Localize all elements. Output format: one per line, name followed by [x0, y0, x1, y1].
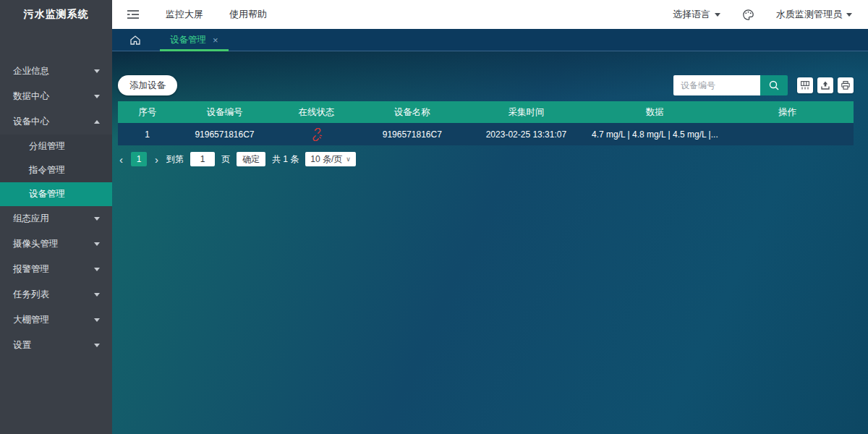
chevron-down-icon: ∨: [346, 156, 351, 163]
col-header-action: 操作: [721, 106, 854, 119]
sidebar-item-configuration-app[interactable]: 组态应用: [0, 206, 112, 231]
nav-help[interactable]: 使用帮助: [229, 8, 267, 21]
theme-button[interactable]: [742, 9, 754, 21]
confirm-page-button[interactable]: 确定: [237, 152, 265, 166]
chevron-down-icon: [94, 242, 100, 246]
col-header-collect-time: 采集时间: [464, 106, 589, 119]
language-selector[interactable]: 选择语言: [673, 8, 720, 21]
table-row[interactable]: 1 9196571816C7 9196571816C7 2023-02-25 1…: [118, 123, 854, 145]
toolbar: 添加设备: [118, 75, 854, 95]
tab-label: 设备管理: [170, 34, 206, 46]
current-page-button[interactable]: 1: [131, 152, 147, 166]
sidebar-item-label: 设置: [13, 339, 31, 352]
sidebar-subitem-group-management[interactable]: 分组管理: [0, 135, 112, 158]
home-icon: [129, 35, 141, 46]
page-size-label: 10 条/页: [310, 153, 342, 166]
sidebar-item-device-center[interactable]: 设备中心: [0, 109, 112, 135]
cell-data: 4.7 mg/L | 4.8 mg/L | 4.5 mg/L |...: [589, 129, 721, 140]
print-button[interactable]: [838, 77, 854, 93]
col-header-device-no: 设备编号: [176, 106, 272, 119]
cell-collect-time: 2023-02-25 13:31:07: [464, 129, 589, 140]
sidebar-subitem-label: 指令管理: [29, 164, 65, 176]
sidebar-item-camera-management[interactable]: 摄像头管理: [0, 231, 112, 257]
sidebar-subitem-command-management[interactable]: 指令管理: [0, 158, 112, 182]
close-icon[interactable]: ×: [213, 35, 218, 45]
sidebar-item-label: 组态应用: [13, 213, 49, 225]
pagination: ‹ 1 › 到第 页 确定 共 1 条 10 条/页 ∨: [118, 152, 854, 166]
print-icon: [841, 80, 851, 90]
sidebar-subitem-device-management[interactable]: 设备管理: [0, 182, 112, 206]
sidebar-item-label: 企业信息: [13, 65, 49, 77]
next-page-button[interactable]: ›: [153, 154, 160, 165]
sidebar-item-settings[interactable]: 设置: [0, 333, 112, 358]
tab-device-management[interactable]: 设备管理 ×: [160, 29, 229, 51]
sidebar-item-label: 任务列表: [13, 289, 49, 301]
col-header-device-name: 设备名称: [361, 106, 464, 119]
sidebar-item-greenhouse-management[interactable]: 大棚管理: [0, 307, 112, 333]
add-device-button[interactable]: 添加设备: [118, 75, 177, 95]
chevron-down-icon: [846, 13, 852, 17]
home-tab-button[interactable]: [129, 35, 141, 46]
chevron-down-icon: [94, 344, 100, 347]
chevron-down-icon: [94, 293, 100, 297]
goto-page-prefix-label: 到第: [166, 153, 184, 166]
page-size-select[interactable]: 10 条/页 ∨: [305, 152, 356, 166]
language-selector-label: 选择语言: [673, 8, 710, 21]
device-table: 序号 设备编号 在线状态 设备名称 采集时间 数据 操作 1 919657181…: [118, 101, 854, 145]
top-navbar: 监控大屏 使用帮助 选择语言 水质监测管理员: [112, 0, 868, 29]
search-icon: [768, 80, 780, 91]
columns-grid-icon: [800, 80, 810, 90]
sidebar-item-label: 大棚管理: [13, 314, 49, 326]
sidebar-menu: 企业信息 数据中心 设备中心 分组管理 指令管理 设备管理: [0, 29, 112, 358]
chevron-down-icon: [94, 268, 100, 271]
user-menu[interactable]: 水质监测管理员: [776, 8, 852, 21]
sidebar-item-label: 设备中心: [13, 116, 49, 128]
sidebar-item-label: 摄像头管理: [13, 238, 59, 250]
sidebar-subitem-label: 分组管理: [29, 140, 65, 153]
chevron-down-icon: [715, 13, 720, 17]
device-center-submenu: 分组管理 指令管理 设备管理: [0, 135, 112, 206]
sidebar-item-task-list[interactable]: 任务列表: [0, 282, 112, 307]
main-area: 监控大屏 使用帮助 选择语言 水质监测管理员: [112, 0, 868, 434]
palette-icon: [742, 9, 754, 21]
sidebar-subitem-label: 设备管理: [29, 188, 65, 200]
collapse-sidebar-button[interactable]: [127, 9, 140, 20]
cell-online-status: [273, 128, 361, 141]
search-button[interactable]: [760, 75, 788, 95]
sidebar-item-alarm-management[interactable]: 报警管理: [0, 257, 112, 282]
chevron-down-icon: [94, 217, 100, 221]
cell-device-name: 9196571816C7: [361, 129, 464, 140]
page-number-input[interactable]: [190, 152, 215, 166]
chevron-down-icon: [94, 69, 100, 73]
chevron-down-icon: [94, 318, 100, 322]
search-group: [673, 75, 788, 95]
app-title: 污水监测系统: [0, 0, 112, 29]
export-button[interactable]: [817, 77, 833, 93]
chevron-down-icon: [94, 95, 100, 98]
total-count-label: 共 1 条: [272, 153, 299, 166]
cell-index: 1: [118, 129, 176, 140]
chevron-up-icon: [94, 120, 100, 124]
prev-page-button[interactable]: ‹: [118, 154, 124, 165]
content-area: 添加设备: [112, 51, 868, 434]
col-header-data: 数据: [589, 106, 721, 119]
goto-page-suffix-label: 页: [221, 153, 230, 166]
sidebar: 污水监测系统 企业信息 数据中心 设备中心 分组管理 指令管理: [0, 0, 112, 434]
sidebar-item-data-center[interactable]: 数据中心: [0, 84, 112, 109]
sidebar-item-enterprise-info[interactable]: 企业信息: [0, 59, 112, 84]
column-settings-button[interactable]: [797, 77, 813, 93]
user-menu-label: 水质监测管理员: [776, 8, 842, 21]
nav-monitor-screen[interactable]: 监控大屏: [166, 8, 203, 21]
export-icon: [820, 80, 830, 90]
col-header-index: 序号: [118, 106, 176, 119]
col-header-online-status: 在线状态: [273, 106, 361, 119]
table-tools: [797, 77, 854, 93]
collapse-sidebar-icon: [127, 9, 140, 20]
app-window: 污水监测系统 企业信息 数据中心 设备中心 分组管理 指令管理: [0, 0, 868, 434]
tab-bar: 设备管理 ×: [112, 29, 868, 51]
table-header-row: 序号 设备编号 在线状态 设备名称 采集时间 数据 操作: [118, 101, 854, 123]
cell-device-no: 9196571816C7: [176, 129, 272, 140]
offline-icon: [310, 128, 323, 141]
search-input[interactable]: [673, 75, 760, 95]
sidebar-item-label: 数据中心: [13, 90, 49, 103]
